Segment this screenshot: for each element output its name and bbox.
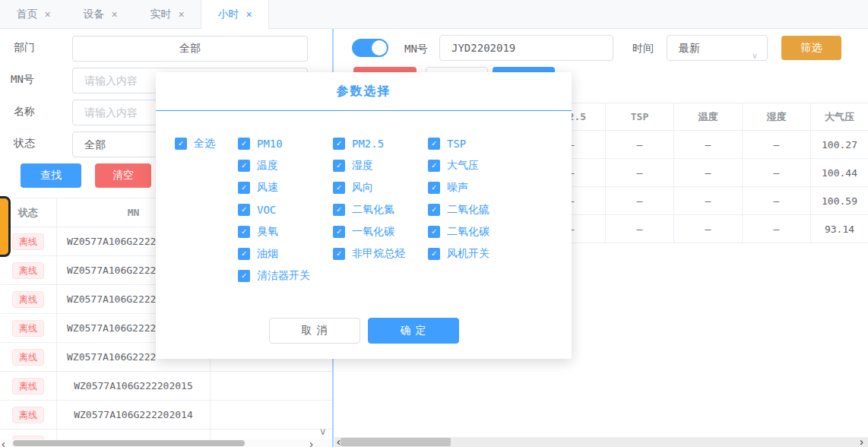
scroll-down-icon[interactable]: ∨	[319, 426, 327, 437]
parameter-checkbox[interactable]: 臭氧	[238, 225, 333, 239]
checkbox-checked-icon[interactable]	[333, 204, 345, 216]
checkbox-checked-icon[interactable]	[238, 138, 250, 150]
tab[interactable]: 实时 ×	[134, 0, 201, 28]
checkbox-checked-icon[interactable]	[428, 226, 440, 238]
parameter-checkbox-grid: 全选 PM10 PM2.5 TSP 温度 湿度	[175, 132, 572, 287]
search-button[interactable]: 查找	[21, 163, 81, 188]
pressure-cell: 100.44	[811, 159, 868, 186]
data-table-row[interactable]: – – – – 100.59	[537, 187, 868, 215]
status-cell: 离线	[0, 285, 57, 313]
checkbox-label: 二氧化碳	[447, 225, 489, 239]
data-table-header: PM2.5TSP温度湿度大气压	[537, 103, 868, 131]
status-cell: 离线	[0, 372, 57, 400]
checkbox-checked-icon[interactable]	[238, 182, 250, 194]
checkbox-checked-icon[interactable]	[333, 226, 345, 238]
mn-label: MN号	[11, 73, 34, 87]
checkbox-checked-icon[interactable]	[428, 160, 440, 172]
time-select[interactable]: 最新 ∨	[667, 35, 768, 61]
status-badge: 离线	[12, 320, 44, 337]
pressure-cell: 93.14	[811, 215, 868, 243]
parameter-checkbox[interactable]: 噪声	[428, 181, 557, 195]
mn-cell: WZ0577A106G222202014	[57, 401, 211, 429]
checkbox-label: 二氧化氮	[352, 203, 394, 217]
checkbox-label: 清洁器开关	[257, 269, 310, 283]
checkbox-label: 风速	[257, 181, 278, 195]
data-column-header: 温度	[674, 103, 743, 130]
scroll-left-icon[interactable]: ‹	[337, 436, 341, 447]
scroll-right-icon[interactable]: ›	[860, 436, 863, 447]
checkbox-checked-icon[interactable]	[333, 138, 345, 150]
parameter-checkbox[interactable]: TSP	[428, 138, 557, 150]
tab[interactable]: 设备 ×	[67, 0, 134, 28]
temp-cell: –	[674, 187, 743, 214]
parameter-checkbox[interactable]: 二氧化硫	[428, 203, 557, 217]
checkbox-label: PM10	[257, 138, 283, 150]
close-icon[interactable]: ×	[246, 8, 252, 21]
checkbox-checked-icon[interactable]	[333, 182, 345, 194]
parameter-checkbox[interactable]: 风向	[333, 181, 428, 195]
parameter-checkbox[interactable]: PM10	[238, 138, 333, 150]
checkbox-checked-icon[interactable]	[333, 160, 345, 172]
checkbox-checked-icon[interactable]	[428, 204, 440, 216]
parameter-checkbox[interactable]: VOC	[238, 204, 333, 216]
parameter-checkbox[interactable]: 一氧化碳	[333, 225, 428, 239]
confirm-button[interactable]: 确定	[368, 318, 459, 344]
edge-floating-widget[interactable]	[0, 196, 11, 257]
parameter-checkbox[interactable]: 二氧化氮	[333, 203, 428, 217]
checkbox-checked-icon[interactable]	[238, 270, 250, 282]
modal-title: 参数选择	[337, 84, 391, 100]
modal-footer: 取消 确定	[156, 318, 572, 344]
checkbox-checked-icon[interactable]	[428, 182, 440, 194]
app-window: 首页 × 设备 × 实时 × 小时 × 部门 MN号 名称 状态 全部 查找 清…	[0, 0, 868, 447]
tab-label: 小时	[217, 8, 239, 21]
mn-toggle-switch[interactable]	[352, 39, 388, 57]
right-mn-input[interactable]	[439, 35, 613, 61]
dept-input[interactable]	[72, 36, 308, 62]
parameter-checkbox[interactable]: 非甲烷总烃	[333, 247, 428, 261]
clear-button[interactable]: 清空	[95, 163, 151, 188]
cancel-button[interactable]: 取消	[269, 318, 360, 344]
data-table-row[interactable]: – – – – 100.44	[537, 159, 868, 187]
tsp-cell: –	[606, 215, 674, 243]
scroll-left-icon[interactable]: ‹	[2, 438, 5, 447]
table-row[interactable]: 离线 WZ0577A106G222202014	[0, 401, 332, 430]
right-hscrollbar-thumb[interactable]	[341, 438, 451, 446]
checkbox-checked-icon[interactable]	[238, 160, 250, 172]
tab[interactable]: 首页 ×	[0, 0, 67, 28]
scroll-right-icon[interactable]: ›	[309, 438, 313, 447]
parameter-checkbox[interactable]: 风机开关	[428, 247, 557, 261]
name-label: 名称	[14, 105, 35, 119]
checkbox-checked-icon[interactable]	[238, 226, 250, 238]
parameter-checkbox[interactable]: 全选	[175, 137, 238, 151]
data-table-row[interactable]: – – – – 100.27	[537, 131, 868, 159]
parameter-checkbox[interactable]: 湿度	[333, 159, 428, 173]
parameter-checkbox[interactable]: 油烟	[238, 247, 333, 261]
checkbox-label: 温度	[257, 159, 278, 173]
filter-button[interactable]: 筛选	[781, 36, 841, 60]
parameter-checkbox[interactable]: 温度	[238, 159, 333, 173]
left-hscrollbar-thumb[interactable]	[13, 440, 245, 446]
close-icon[interactable]: ×	[111, 8, 117, 21]
checkbox-checked-icon[interactable]	[428, 248, 440, 260]
data-column-header: 湿度	[743, 103, 811, 130]
right-mn-label: MN号	[404, 43, 428, 56]
checkbox-checked-icon[interactable]	[238, 248, 250, 260]
tab-label: 实时	[150, 8, 171, 21]
checkbox-checked-icon[interactable]	[333, 248, 345, 260]
close-icon[interactable]: ×	[178, 8, 184, 21]
checkbox-checked-icon[interactable]	[428, 138, 440, 150]
checkbox-checked-icon[interactable]	[238, 204, 250, 216]
checkbox-label: 臭氧	[257, 225, 278, 239]
time-label: 时间	[632, 42, 654, 55]
parameter-checkbox[interactable]: 风速	[238, 181, 333, 195]
parameter-checkbox[interactable]: 大气压	[428, 159, 557, 173]
checkbox-checked-icon[interactable]	[175, 138, 187, 150]
parameter-checkbox[interactable]: 清洁器开关	[238, 269, 333, 283]
parameter-checkbox[interactable]: PM2.5	[333, 138, 428, 150]
table-row[interactable]: 离线 WZ0577A106G222202015	[0, 372, 332, 401]
tab[interactable]: 小时 ×	[201, 0, 269, 29]
parameter-checkbox[interactable]: 二氧化碳	[428, 225, 557, 239]
close-icon[interactable]: ×	[44, 8, 50, 21]
data-table-row[interactable]: – – – – 93.14	[537, 215, 868, 243]
tsp-cell: –	[606, 159, 674, 186]
